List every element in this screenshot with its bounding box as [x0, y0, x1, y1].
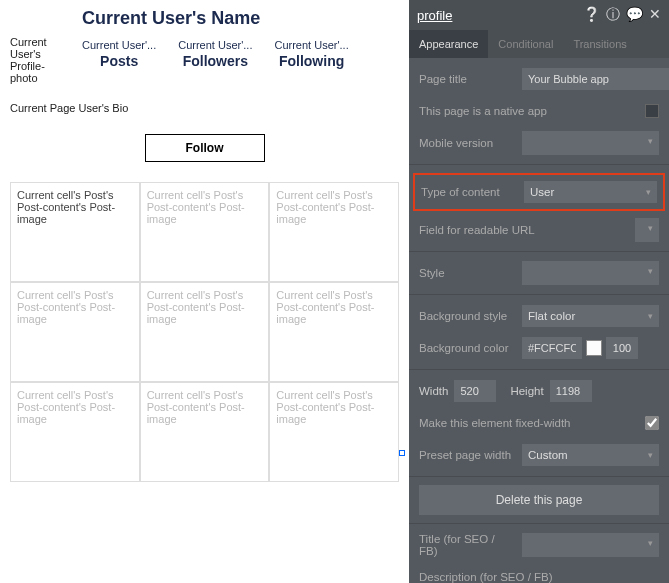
grid-cell[interactable]: Current cell's Post's Post-content's Pos… [10, 182, 140, 282]
delete-page-button[interactable]: Delete this page [419, 485, 659, 515]
highlight-annotation: Type of content User ▾ [413, 173, 665, 211]
page-title-input[interactable] [522, 68, 669, 90]
mobile-version-label: Mobile version [419, 137, 514, 149]
stat-label: Posts [82, 53, 156, 69]
close-icon[interactable]: ✕ [649, 6, 661, 24]
stat-item[interactable]: Current User'...Posts [82, 39, 156, 69]
chevron-down-icon: ▾ [646, 187, 651, 197]
native-app-label: This page is a native app [419, 105, 637, 117]
help-icon[interactable]: ❔ [583, 6, 600, 24]
seo-title-label: Title (for SEO / FB) [419, 533, 514, 557]
readable-url-dropdown[interactable] [635, 218, 659, 242]
width-input[interactable] [454, 380, 496, 402]
readable-url-label: Field for readable URL [419, 224, 627, 236]
seo-title-input[interactable] [522, 533, 659, 557]
chevron-down-icon: ▾ [648, 450, 653, 460]
grid-cell[interactable]: Current cell's Post's Post-content's Pos… [269, 282, 399, 382]
fixed-width-label: Make this element fixed-width [419, 417, 637, 429]
style-label: Style [419, 267, 514, 279]
stat-count: Current User'... [274, 39, 348, 51]
width-label: Width [419, 385, 448, 397]
grid-cell[interactable]: Current cell's Post's Post-content's Pos… [269, 182, 399, 282]
grid-cell[interactable]: Current cell's Post's Post-content's Pos… [140, 182, 270, 282]
preset-width-value: Custom [528, 449, 568, 461]
bio-text[interactable]: Current Page User's Bio [10, 102, 399, 114]
style-dropdown[interactable] [522, 261, 659, 285]
stat-label: Followers [178, 53, 252, 69]
grid-cell[interactable]: Current cell's Post's Post-content's Pos… [140, 282, 270, 382]
stat-count: Current User'... [82, 39, 156, 51]
editor-canvas[interactable]: Current User's Profile-photo Current Use… [0, 0, 409, 583]
tab-appearance[interactable]: Appearance [409, 30, 488, 58]
preset-width-dropdown[interactable]: Custom ▾ [522, 444, 659, 466]
grid-cell[interactable]: Current cell's Post's Post-content's Pos… [10, 382, 140, 482]
tab-conditional[interactable]: Conditional [488, 30, 563, 58]
grid-cell[interactable]: Current cell's Post's Post-content's Pos… [140, 382, 270, 482]
type-content-label: Type of content [421, 186, 516, 198]
comment-icon[interactable]: 💬 [626, 6, 643, 24]
username-text[interactable]: Current User's Name [82, 8, 399, 29]
height-input[interactable] [550, 380, 592, 402]
chevron-down-icon: ▾ [648, 311, 653, 321]
bg-style-label: Background style [419, 310, 514, 322]
height-label: Height [510, 385, 543, 397]
bg-style-dropdown[interactable]: Flat color ▾ [522, 305, 659, 327]
preset-width-label: Preset page width [419, 449, 514, 461]
page-title-label: Page title [419, 73, 514, 85]
fixed-width-checkbox[interactable] [645, 416, 659, 430]
follow-button[interactable]: Follow [145, 134, 265, 162]
stat-item[interactable]: Current User'...Followers [178, 39, 252, 69]
bg-color-alpha-input[interactable] [606, 337, 638, 359]
stat-count: Current User'... [178, 39, 252, 51]
profile-photo-placeholder[interactable]: Current User's Profile-photo [10, 8, 72, 84]
info-icon[interactable]: ⓘ [606, 6, 620, 24]
mobile-version-dropdown[interactable] [522, 131, 659, 155]
bg-color-hex-input[interactable] [522, 337, 582, 359]
stat-label: Following [274, 53, 348, 69]
panel-title[interactable]: profile [417, 8, 452, 23]
grid-cell[interactable]: Current cell's Post's Post-content's Pos… [269, 382, 399, 482]
seo-desc-label: Description (for SEO / FB) [419, 571, 659, 583]
native-app-toggle[interactable] [645, 104, 659, 118]
type-content-value: User [530, 186, 554, 198]
bg-style-value: Flat color [528, 310, 575, 322]
bg-color-swatch[interactable] [586, 340, 602, 356]
stat-item[interactable]: Current User'...Following [274, 39, 348, 69]
grid-cell[interactable]: Current cell's Post's Post-content's Pos… [10, 282, 140, 382]
repeating-group[interactable]: Current cell's Post's Post-content's Pos… [10, 182, 399, 482]
type-content-dropdown[interactable]: User ▾ [524, 181, 657, 203]
tab-transitions[interactable]: Transitions [563, 30, 636, 58]
selection-handle[interactable] [399, 450, 405, 456]
property-panel: profile ❔ ⓘ 💬 ✕ Appearance Conditional T… [409, 0, 669, 583]
bg-color-label: Background color [419, 342, 514, 354]
